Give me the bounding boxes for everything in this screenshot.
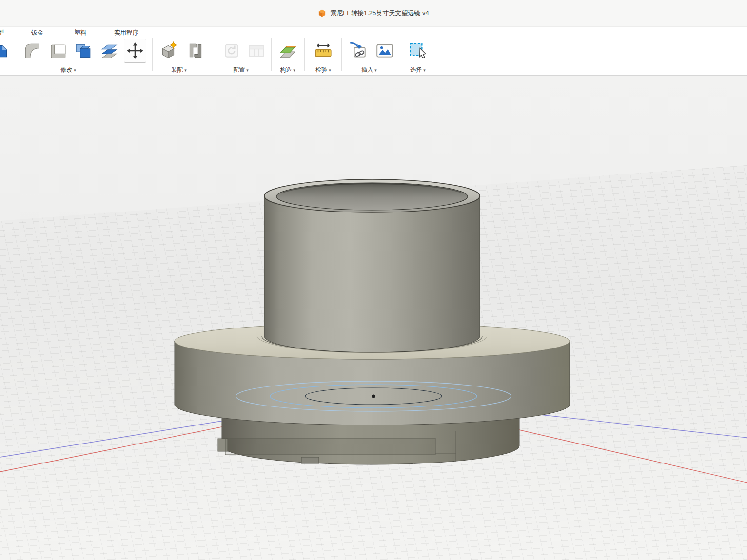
group-select[interactable]: 选择▾ bbox=[401, 66, 435, 74]
viewport-3d[interactable] bbox=[0, 76, 747, 560]
sheet-metal-partial-icon[interactable] bbox=[0, 39, 13, 63]
group-insert[interactable]: 插入▾ bbox=[352, 66, 386, 74]
chevron-down-icon: ▾ bbox=[246, 68, 249, 73]
chevron-down-icon: ▾ bbox=[374, 68, 377, 73]
fillet-icon[interactable] bbox=[20, 39, 43, 63]
chevron-down-icon: ▾ bbox=[423, 68, 426, 73]
chevron-down-icon: ▾ bbox=[329, 68, 331, 73]
configuration-disabled-icon[interactable] bbox=[220, 39, 243, 63]
toolbar-separator bbox=[152, 38, 153, 71]
group-configure[interactable]: 配置▾ bbox=[224, 66, 258, 74]
chevron-down-icon: ▾ bbox=[293, 68, 295, 73]
joint-icon[interactable] bbox=[184, 39, 207, 63]
config-table-disabled-icon[interactable] bbox=[245, 39, 268, 63]
tab-utilities[interactable]: 实用程序 bbox=[111, 27, 141, 39]
barrel-groove bbox=[225, 438, 435, 455]
group-construct[interactable]: 构造▾ bbox=[271, 66, 305, 74]
chevron-down-icon: ▾ bbox=[74, 68, 76, 73]
measure-icon[interactable] bbox=[312, 39, 334, 63]
shell-icon[interactable] bbox=[47, 39, 69, 63]
inner-bore bbox=[276, 183, 468, 210]
title-bar: 索尼FE转接1.25英寸天文望远镜 v4 bbox=[0, 0, 747, 27]
group-assemble[interactable]: 装配▾ bbox=[162, 66, 196, 74]
insert-derive-icon[interactable] bbox=[347, 39, 369, 63]
tab-solid-partial[interactable]: 型 bbox=[0, 27, 7, 39]
fusion-window: 索尼FE转接1.25英寸天文望远镜 v4 型 钣金 塑料 实用程序 bbox=[0, 0, 747, 560]
group-modify[interactable]: 修改▾ bbox=[51, 66, 85, 74]
tab-sheet-metal[interactable]: 钣金 bbox=[28, 27, 46, 39]
new-component-icon[interactable] bbox=[157, 39, 179, 63]
barrel-notch bbox=[301, 457, 319, 463]
ribbon-toolbar: 型 钣金 塑料 实用程序 bbox=[0, 27, 747, 76]
toolbar-separator bbox=[341, 38, 342, 71]
chevron-down-icon: ▾ bbox=[184, 68, 187, 73]
combine-icon[interactable] bbox=[72, 39, 94, 63]
construction-plane-icon[interactable] bbox=[276, 39, 299, 63]
model-adapter-body[interactable] bbox=[175, 179, 570, 464]
insert-canvas-icon[interactable] bbox=[374, 39, 396, 63]
toolbar-separator bbox=[215, 38, 215, 71]
upper-cylinder bbox=[264, 196, 480, 352]
offset-face-icon[interactable] bbox=[98, 39, 120, 63]
document-cube-icon bbox=[318, 9, 326, 18]
move-icon[interactable] bbox=[124, 39, 146, 63]
tab-plastic[interactable]: 塑料 bbox=[71, 27, 89, 39]
document-title: 索尼FE转接1.25英寸天文望远镜 v4 bbox=[330, 9, 429, 18]
group-inspect[interactable]: 检验▾ bbox=[306, 66, 340, 74]
select-icon[interactable] bbox=[407, 39, 430, 63]
origin-point bbox=[372, 394, 375, 398]
scene-svg bbox=[0, 76, 747, 560]
